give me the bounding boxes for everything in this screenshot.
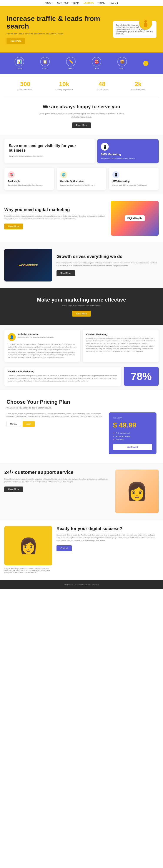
mkt-card-info-1: Marketing Automation Marketing Text. Cli… — [18, 333, 54, 339]
service-icon-5[interactable]: 📦 LABEL — [117, 57, 127, 70]
svg-rect-3 — [144, 23, 147, 27]
success-contact-button[interactable]: Contact — [56, 545, 72, 551]
paid-media-text: Sample text. Click to select the Text El… — [8, 184, 51, 186]
pricing-content: Article evident arrived express highest … — [6, 412, 157, 454]
hero-left: Increase traffic & leads from search Sam… — [6, 15, 109, 44]
save-more-title: Save more and get visibility for your bu… — [9, 144, 90, 153]
sms-marketing-card-2[interactable]: 📱 SMS Marketing Sample text. Click to se… — [109, 168, 159, 190]
content-marketing-card[interactable]: Content Marketing Duis aute irure dolor … — [83, 330, 159, 362]
pricing-subtitle: We Can Help You Reach the Top of Search … — [6, 407, 157, 409]
website-opt-icon: 🌐 — [60, 171, 67, 178]
support-read-more-button[interactable]: Read More — [4, 487, 23, 492]
footer: Sample text. Click to select the Text El… — [0, 580, 163, 589]
mkt-card-header-1: 👤 Marketing Automation Marketing Text. C… — [8, 333, 77, 341]
happy-section: We are always happy to serve you Lorem i… — [0, 97, 163, 135]
service-icon-circle-3: ✏️ — [66, 57, 76, 66]
marketing-automation-card[interactable]: 👤 Marketing Automation Marketing Text. C… — [4, 330, 80, 362]
sms-marketing-title-2: SMS Marketing — [112, 180, 155, 183]
sms-marketing-icon: 📱 — [101, 143, 109, 151]
navigation: ABOUT CONTACT TEAM LANDING HOME PAGE 1 — [0, 0, 163, 6]
success-section: 👩 Sample text. Do you want to increase s… — [0, 520, 163, 580]
service-label-1: LABEL — [17, 68, 22, 70]
why-image: Digital Media — [111, 201, 159, 236]
footer-text: Sample text. Click to select the Text El… — [3, 584, 160, 585]
stat-awards-number: 2k — [131, 81, 145, 88]
website-opt-card[interactable]: 🌐 Website Optimization Sample text. Clic… — [57, 168, 107, 190]
growth-title: Growth drives everything we do — [56, 254, 159, 259]
hero-read-more-button[interactable]: Read More — [6, 38, 25, 44]
paid-media-title: Paid Media — [8, 180, 51, 183]
service-label-3: LABEL — [68, 68, 74, 70]
growth-read-more-button[interactable]: Read More — [56, 270, 75, 276]
why-section: Why you need digital marketing Duis aute… — [0, 194, 163, 242]
support-section: 24/7 customer support service Duis aute … — [0, 463, 163, 520]
content-marketing-title: Content Marketing — [86, 333, 155, 336]
plan-features: Risk Management Audit & Accounting Marke… — [113, 431, 152, 441]
nav-home[interactable]: HOME — [98, 2, 106, 4]
social-media-desc: Podcasting operational change management… — [8, 374, 118, 382]
service-icon-2[interactable]: 📋 LABEL — [40, 57, 50, 70]
service-icon-4[interactable]: 🎯 LABEL — [92, 57, 101, 70]
mkt-avatar-1: 👤 — [8, 333, 16, 341]
marketing-cards: 👤 Marketing Automation Marketing Text. C… — [0, 325, 163, 367]
support-left: 24/7 customer support service Duis aute … — [4, 469, 111, 492]
plan-amount: $ 49.99 — [113, 421, 152, 429]
feature-1: Risk Management — [113, 431, 152, 435]
service-label-2: LABEL — [42, 68, 48, 70]
success-left-text: Sample text. Do you want to increase sal… — [4, 567, 52, 574]
service-icon-3[interactable]: ✏️ LABEL — [66, 57, 76, 70]
sms-marketing-text: Sample text. Click to select the Text El… — [101, 157, 155, 160]
social-media-title: Social Media Marketing — [8, 370, 118, 373]
content-marketing-desc: Duis aute irure dolor in reprehenderit i… — [86, 337, 155, 353]
growth-left: e-COMMERCE — [4, 249, 52, 281]
paid-media-icon: 🎯 — [8, 171, 15, 178]
get-started-button[interactable]: Get Started — [113, 444, 152, 450]
sms-marketing-card[interactable]: 📱 SMS Marketing Sample text. Click to se… — [97, 139, 159, 163]
hero-title: Increase traffic & leads from search — [6, 15, 109, 30]
support-title: 24/7 customer support service — [4, 469, 111, 475]
nav-team[interactable]: TEAM — [73, 2, 79, 4]
pricing-left: Article evident arrived express highest … — [6, 412, 104, 454]
pricing-description: Article evident arrived express highest … — [6, 412, 104, 418]
success-title: Ready for your digital success? — [56, 526, 159, 531]
support-image: 👩 — [115, 469, 159, 513]
paid-media-card[interactable]: 🎯 Paid Media Sample text. Click to selec… — [4, 168, 54, 190]
growth-image-label: e-COMMERCE — [19, 264, 38, 267]
why-left: Why you need digital marketing Duis aute… — [4, 207, 107, 229]
nav-about[interactable]: ABOUT — [45, 2, 53, 4]
yearly-button[interactable]: Yearly — [23, 421, 35, 427]
hero-avatar — [139, 17, 152, 30]
nav-landing[interactable]: LANDING — [83, 2, 94, 4]
happy-read-more-button[interactable]: Read More — [72, 122, 91, 128]
sms-marketing-title: SMS Marketing — [101, 153, 155, 156]
stat-experience: 10k Industry Experience — [55, 81, 73, 91]
why-right: Digital Media — [111, 201, 159, 236]
feature-3: Marketing — [113, 438, 152, 441]
stats-section: 300 Jobs Completed 10k Industry Experien… — [0, 74, 163, 97]
nav-contact[interactable]: CONTACT — [57, 2, 68, 4]
cards-row-1: Save more and get visibility for your bu… — [0, 135, 163, 168]
marketing-read-more-button[interactable]: Read More — [72, 311, 91, 316]
social-media-card[interactable]: Social Media Marketing Podcasting operat… — [4, 367, 121, 386]
why-read-more-button[interactable]: Read More — [4, 223, 23, 229]
service-icon-circle-1: 📊 — [14, 57, 24, 66]
services-next-button[interactable]: › — [143, 61, 149, 66]
monthly-button[interactable]: Monthly — [6, 421, 21, 427]
nav-page1[interactable]: PAGE 1 — [110, 2, 118, 4]
service-label-5: LABEL — [120, 68, 125, 70]
service-icon-1[interactable]: 📊 LABEL — [14, 57, 24, 70]
support-description: Duis aute irure dolor in reprehenderit i… — [4, 478, 111, 484]
marketing-subtitle: Sample text. Click to select the Text El… — [6, 305, 157, 307]
growth-description: Duis aute irure dolor in reprehenderit i… — [56, 262, 159, 267]
support-person-icon: 👩 — [126, 481, 148, 501]
save-more-card[interactable]: Save more and get visibility for your bu… — [4, 139, 95, 163]
services-icons-section: 📊 LABEL 📋 LABEL ✏️ LABEL 🎯 LABEL 📦 LABEL… — [0, 53, 163, 74]
stat-clients-number: 48 — [96, 81, 108, 88]
pricing-title: Choose Your Pricing Plan — [6, 399, 157, 405]
cards-row-2: 🎯 Paid Media Sample text. Click to selec… — [0, 168, 163, 194]
growth-image: e-COMMERCE — [4, 249, 52, 281]
happy-title: We are always happy to serve you — [6, 104, 157, 110]
hero-sample-text: Sample text. Click to select the Text El… — [6, 33, 109, 35]
success-left: 👩 Sample text. Do you want to increase s… — [4, 526, 52, 574]
support-right: 👩 — [115, 469, 159, 513]
